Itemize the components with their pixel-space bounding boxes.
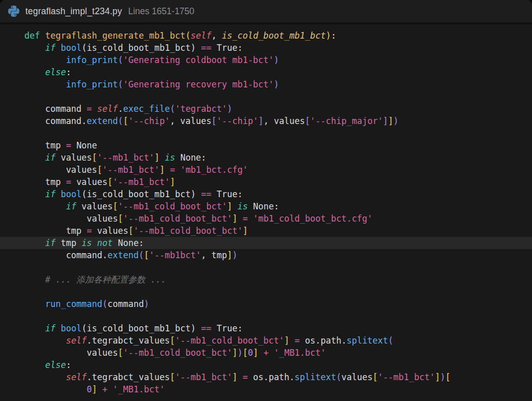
code-line-highlighted: if tmp is not None: (0, 237, 532, 249)
code-token-bv: ] (258, 116, 263, 126)
code-token-bg: [ (92, 152, 97, 163)
code-token-bv: ( (118, 116, 123, 126)
code-token-p (159, 152, 164, 163)
code-token-p (269, 348, 274, 358)
code-token-p (24, 238, 45, 248)
code-token-p: .tegrabct_values (87, 335, 170, 346)
code-token-s: '--mb1_bct' (113, 177, 170, 187)
code-token-bg: ] (227, 201, 232, 211)
code-token-p (55, 323, 60, 333)
code-token-p (24, 323, 45, 333)
code-line: tmp = values['--mb1_cold_boot_bct'] (0, 225, 532, 237)
code-line: values['--mb1_cold_boot_bct'] = 'mb1_col… (0, 212, 532, 225)
code-token-p (55, 43, 60, 53)
code-token-p: : (331, 30, 336, 41)
code-token-o: = (243, 372, 248, 382)
code-token-bg: ] (92, 384, 97, 394)
line-range-label: Lines 1651-1750 (128, 6, 194, 17)
code-token-s: 'mb1_cold_boot_bct.cfg' (253, 213, 372, 224)
code-token-p (24, 67, 45, 77)
code-token-bg: ) (326, 30, 331, 41)
code-token-d: def (24, 30, 45, 41)
code-line (0, 127, 532, 139)
code-token-p: values (24, 213, 118, 224)
code-token-p: None: (113, 238, 144, 248)
code-token-k: else (45, 67, 66, 77)
code-token-bg: ] (232, 372, 237, 382)
code-token-s: '--chip' (217, 116, 258, 126)
code-token-s: '--mb1bct' (149, 250, 201, 260)
code-token-s: '--mb1_cold_boot_bct' (123, 348, 232, 358)
code-line: command.extend(['--chip', values['--chip… (0, 115, 532, 127)
code-token-p (24, 335, 66, 346)
code-token-bv: ( (388, 335, 393, 346)
code-token-p (24, 189, 45, 199)
code-token-bv: ] (383, 116, 388, 126)
code-token-fn: exec_file (123, 104, 170, 114)
window-titlebar: tegraflash_impl_t234.py Lines 1651-1750 (0, 0, 532, 24)
code-line: command = self.exec_file('tegrabct') (0, 103, 532, 115)
code-token-s: '--mb1_bct' (378, 372, 435, 382)
code-token-s: '_MB1.bct' (113, 384, 164, 394)
code-token-p: tmp (24, 226, 87, 236)
code-token-k: if (45, 238, 55, 248)
code-line: # ... 添加各种配置参数 ... (0, 273, 532, 286)
code-line: if bool(is_cold_boot_mb1_bct) == True: (0, 188, 532, 200)
code-token-fn: bool (61, 189, 82, 199)
code-token-p: values (24, 348, 118, 358)
code-token-fn: run_command (45, 299, 103, 309)
code-token-bv: ) (227, 104, 232, 114)
code-token-p: , (212, 30, 222, 41)
code-token-bg: [ (128, 226, 134, 236)
code-token-bg: ] (232, 348, 237, 358)
code-token-bg: ] (253, 348, 258, 358)
code-token-o: = (66, 140, 71, 150)
code-token-p: (is_cold_boot_mb1_bct) (82, 189, 201, 199)
code-token-p (24, 299, 45, 309)
code-token-p (97, 384, 102, 394)
code-token-sf: self (97, 104, 118, 114)
code-token-fd: tegraflash_generate_mb1_bct (45, 30, 185, 41)
code-token-p: , values (263, 116, 305, 126)
code-token-p (24, 79, 66, 89)
code-token-k: if (45, 189, 55, 199)
code-token-s: '--mb1_bct' (97, 152, 154, 163)
code-token-bv: ( (118, 79, 123, 89)
code-token-p: values (24, 165, 97, 175)
code-token-p: command (24, 104, 87, 114)
code-token-o: == (201, 323, 211, 333)
code-token-p (55, 189, 60, 199)
code-token-o: + (103, 384, 108, 394)
code-token-bg: [ (97, 165, 102, 175)
code-token-bg: [ (118, 348, 123, 358)
code-token-fn: bool (61, 43, 82, 53)
code-token-k: is (164, 152, 175, 163)
code-token-p: values (55, 152, 92, 163)
code-token-bg: ( (185, 30, 190, 41)
code-line (0, 286, 532, 298)
code-token-p: None: (248, 201, 279, 211)
code-token-p (24, 201, 66, 211)
code-token-bg: ] (435, 372, 440, 382)
code-token-p (92, 238, 97, 248)
code-line: 0] + '_MB1.bct' (0, 383, 532, 395)
code-token-p: True: (212, 43, 243, 53)
code-token-s: 'Generating recovery mb1-bct' (123, 79, 274, 89)
code-token-p (175, 165, 180, 175)
code-token-sf: self (191, 30, 212, 41)
code-token-p: True: (212, 323, 243, 333)
code-token-p: values (76, 201, 113, 211)
code-token-p: True: (212, 189, 243, 199)
code-token-fn: splitext (347, 335, 388, 346)
code-token-bv: ( (170, 104, 175, 114)
code-token-bv: [ (212, 116, 217, 126)
code-token-p (164, 165, 170, 175)
code-token-bg: [ (170, 335, 175, 346)
code-token-pm: is_cold_boot_mb1_bct (222, 30, 326, 41)
code-token-p: command. (24, 250, 108, 260)
code-token-p (238, 213, 243, 224)
code-token-bv: ( (103, 299, 108, 309)
code-line: self.tegrabct_values['--mb1_cold_boot_bc… (0, 334, 532, 347)
code-token-s: '--mb1_cold_boot_bct' (175, 335, 284, 346)
code-editor[interactable]: def tegraflash_generate_mb1_bct(self, is… (0, 24, 532, 401)
